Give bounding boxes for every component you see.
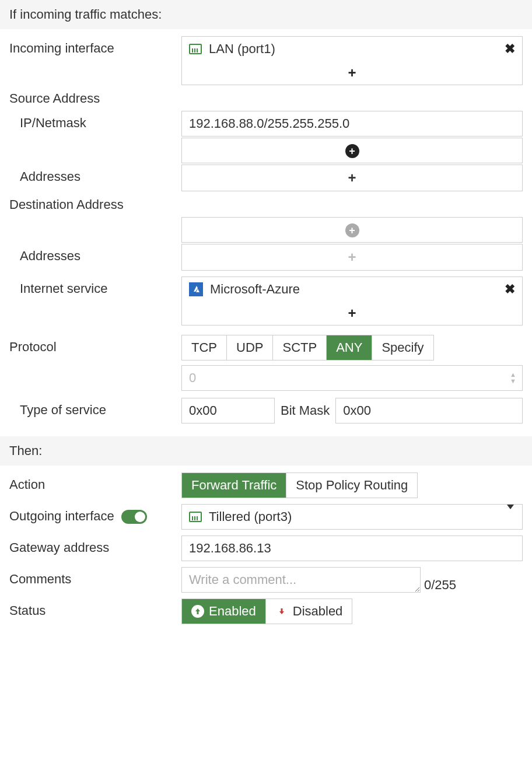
- then-form: Action Forward Traffic Stop Policy Routi…: [0, 466, 532, 637]
- protocol-udp[interactable]: UDP: [227, 335, 273, 360]
- label-bit-mask: Bit Mask: [281, 403, 330, 418]
- protocol-sctp[interactable]: SCTP: [273, 335, 327, 360]
- internet-service-box: Microsoft-Azure ✖ +: [181, 276, 523, 326]
- add-dest-addresses[interactable]: +: [181, 244, 523, 271]
- action-forward-traffic[interactable]: Forward Traffic: [182, 473, 286, 498]
- comments-counter: 0/255: [424, 578, 456, 593]
- section-header-then: Then:: [0, 436, 532, 466]
- label-status: Status: [9, 598, 181, 618]
- protocol-group: TCP UDP SCTP ANY Specify: [181, 335, 434, 360]
- ethernet-port-icon: [189, 512, 202, 522]
- label-source-address: Source Address: [9, 91, 523, 106]
- label-source-addresses: Addresses: [9, 164, 181, 184]
- protocol-specify[interactable]: Specify: [372, 335, 433, 360]
- plus-circle-icon: +: [345, 144, 359, 158]
- status-enabled[interactable]: Enabled: [182, 599, 266, 624]
- protocol-any[interactable]: ANY: [327, 335, 372, 360]
- add-internet-service[interactable]: +: [182, 302, 522, 325]
- ethernet-port-icon: [189, 44, 202, 54]
- add-ip-netmask[interactable]: +: [181, 138, 523, 163]
- label-internet-service: Internet service: [9, 276, 181, 296]
- remove-icon[interactable]: ✖: [505, 282, 515, 297]
- outgoing-interface-select[interactable]: Tillered (port3): [181, 504, 523, 530]
- label-type-of-service: Type of service: [9, 398, 181, 418]
- tos-bitmask-input[interactable]: [335, 398, 523, 424]
- label-ip-netmask: IP/Netmask: [9, 111, 181, 131]
- comments-input[interactable]: [181, 567, 421, 593]
- ip-netmask-input[interactable]: [181, 111, 523, 136]
- label-dest-addresses: Addresses: [9, 244, 181, 264]
- protocol-number-input: 0 ▲▼: [181, 365, 523, 391]
- outgoing-interface-toggle[interactable]: [121, 510, 147, 524]
- incoming-interface-item[interactable]: LAN (port1) ✖: [182, 37, 522, 61]
- match-form: Incoming interface LAN (port1) ✖ + Sourc…: [0, 29, 532, 436]
- internet-service-label: Microsoft-Azure: [210, 282, 300, 297]
- internet-service-item[interactable]: Microsoft-Azure ✖: [182, 277, 522, 302]
- protocol-number-placeholder: 0: [189, 370, 196, 386]
- label-protocol: Protocol: [9, 335, 181, 355]
- remove-icon[interactable]: ✖: [505, 41, 515, 57]
- label-incoming-interface: Incoming interface: [9, 36, 181, 56]
- number-spinner-icon[interactable]: ▲▼: [510, 372, 516, 384]
- label-outgoing-interface: Outgoing interface: [9, 504, 181, 524]
- status-group: Enabled Disabled: [181, 598, 352, 624]
- plus-icon: +: [348, 249, 356, 265]
- action-group: Forward Traffic Stop Policy Routing: [181, 473, 418, 498]
- incoming-interface-box: LAN (port1) ✖ +: [181, 36, 523, 85]
- outgoing-interface-value: Tillered (port3): [209, 509, 292, 524]
- label-action: Action: [9, 473, 181, 492]
- action-stop-policy-routing[interactable]: Stop Policy Routing: [286, 473, 417, 498]
- protocol-tcp[interactable]: TCP: [182, 335, 227, 360]
- arrow-up-circle-icon: [191, 605, 204, 618]
- arrow-down-circle-icon: [275, 605, 288, 618]
- tos-value-input[interactable]: [181, 398, 275, 424]
- gateway-address-input[interactable]: [181, 536, 523, 561]
- add-source-addresses[interactable]: +: [181, 164, 523, 191]
- incoming-interface-label: LAN (port1): [209, 41, 275, 57]
- azure-icon: [189, 282, 203, 296]
- status-disabled[interactable]: Disabled: [266, 599, 352, 624]
- section-header-match: If incoming traffic matches:: [0, 0, 532, 29]
- label-destination-address: Destination Address: [9, 197, 523, 212]
- chevron-down-icon: [507, 509, 514, 524]
- plus-circle-icon: +: [345, 223, 359, 237]
- label-comments: Comments: [9, 567, 181, 587]
- add-incoming-interface[interactable]: +: [182, 61, 522, 85]
- plus-icon: +: [348, 170, 356, 186]
- add-dest-ip-netmask[interactable]: +: [181, 217, 523, 243]
- label-gateway-address: Gateway address: [9, 536, 181, 555]
